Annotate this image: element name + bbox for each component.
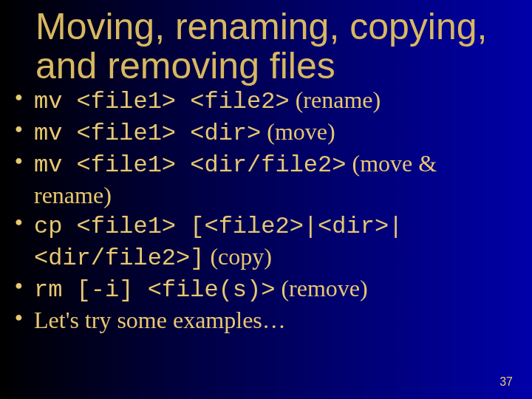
list-item: mv <file1> <dir> (move): [15, 117, 514, 149]
note-text: (move): [261, 118, 335, 145]
bullet-list: mv <file1> <file2> (rename) mv <file1> <…: [0, 85, 532, 337]
list-item: cp <file1> [<file2>|<dir>|<dir/file2>] (…: [15, 210, 514, 273]
code-text: mv <file1> <dir>: [34, 120, 261, 147]
list-item: rm [-i] <file(s)> (remove): [15, 273, 514, 305]
page-number: 37: [499, 375, 513, 389]
list-item: mv <file1> <file2> (rename): [15, 85, 514, 117]
code-text: rm [-i] <file(s)>: [34, 276, 275, 304]
note-text: Let's try some examples…: [34, 307, 286, 333]
code-text: mv <file1> <file2>: [34, 88, 290, 115]
list-item: mv <file1> <dir/file2> (move & rename): [15, 149, 514, 210]
note-text: (rename): [290, 86, 381, 113]
list-item: Let's try some examples…: [15, 305, 514, 337]
code-text: mv <file1> <dir/file2>: [34, 151, 346, 179]
note-text: (copy): [204, 243, 272, 270]
note-text: (remove): [275, 275, 367, 301]
slide-title: Moving, renaming, copying, and removing …: [0, 0, 532, 85]
